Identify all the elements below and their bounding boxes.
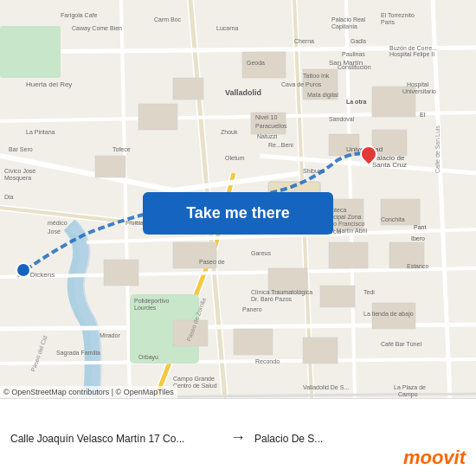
svg-text:Panero: Panero — [242, 306, 262, 312]
svg-text:Bar Sero: Bar Sero — [9, 146, 33, 152]
svg-text:La Plaza de: La Plaza de — [394, 384, 426, 390]
svg-text:Mosquera: Mosquera — [4, 175, 31, 182]
svg-text:Dr. Baró Pazos: Dr. Baró Pazos — [251, 296, 293, 302]
svg-text:Lourdes: Lourdes — [134, 305, 157, 311]
svg-text:Valladolid De S...: Valladolid De S... — [303, 384, 349, 390]
svg-text:Cívico José: Cívico José — [4, 168, 35, 174]
svg-text:Paris: Paris — [381, 19, 395, 25]
svg-rect-15 — [95, 156, 125, 177]
svg-rect-6 — [138, 104, 177, 130]
svg-text:Santa Cruz: Santa Cruz — [372, 161, 407, 169]
route-to-text: Palacio De S... — [254, 433, 323, 445]
svg-rect-2 — [0, 26, 61, 78]
svg-text:Campo: Campo — [398, 391, 418, 398]
svg-text:Buzón de Corre...: Buzón de Corre... — [389, 45, 437, 51]
svg-text:Cava de Puros: Cava de Puros — [281, 81, 322, 87]
svg-text:El Torreznito: El Torreznito — [381, 12, 415, 18]
svg-rect-22 — [234, 329, 273, 355]
svg-text:Mirador: Mirador — [100, 332, 120, 338]
svg-text:Centro de Salud: Centro de Salud — [173, 383, 217, 389]
svg-text:Caway Come Bien: Caway Come Bien — [72, 25, 122, 32]
svg-text:Tofece: Tofece — [113, 146, 131, 152]
svg-text:Lucarna: Lucarna — [216, 25, 238, 31]
svg-rect-19 — [320, 286, 355, 307]
svg-text:Polideportivo: Polideportivo — [134, 298, 170, 305]
svg-text:José: José — [48, 228, 61, 235]
svg-text:Zhouk: Zhouk — [221, 129, 238, 135]
svg-text:Paulinas: Paulinas — [342, 51, 365, 57]
map-container: Huerta del Rey Valladolid San Martín Uni… — [0, 0, 476, 398]
svg-text:Constitución: Constitución — [338, 64, 371, 70]
svg-text:Cherna: Cherna — [294, 38, 314, 44]
moovit-logo: moovit — [403, 447, 466, 469]
svg-text:Shibumi: Shibumi — [303, 168, 325, 174]
svg-rect-5 — [173, 78, 203, 100]
svg-text:Conchita: Conchita — [381, 216, 405, 222]
svg-text:Re...Beni: Re...Beni — [268, 142, 293, 148]
take-me-there-button[interactable]: Take me there — [143, 192, 333, 235]
svg-rect-23 — [303, 338, 338, 363]
svg-text:Paseo de: Paseo de — [199, 259, 225, 265]
svg-text:Hospital Felipe II: Hospital Felipe II — [389, 51, 434, 58]
svg-text:Gareus: Gareus — [251, 250, 271, 256]
svg-text:Capitanía: Capitanía — [331, 23, 357, 30]
bottom-bar: Calle Joaquín Velasco Martín 17 Co... → … — [0, 398, 476, 476]
svg-text:Dia: Dia — [4, 194, 14, 200]
route-from: Calle Joaquín Velasco Martín 17 Co... — [10, 430, 222, 446]
svg-text:Geoda: Geoda — [247, 60, 265, 66]
svg-text:Recondo: Recondo — [255, 358, 280, 364]
svg-text:Café Bar Túnel: Café Bar Túnel — [381, 341, 421, 347]
svg-text:Calle de San Luis: Calle de San Luis — [434, 125, 441, 173]
svg-text:Ibero: Ibero — [411, 235, 425, 241]
route-to: Palacio De S... — [254, 430, 466, 446]
svg-text:Clínica Traumatológica: Clínica Traumatológica — [251, 289, 312, 296]
svg-rect-17 — [104, 260, 138, 286]
svg-text:Palacio Real: Palacio Real — [331, 16, 366, 23]
svg-text:Estanco: Estanco — [407, 263, 428, 269]
origin-marker — [16, 262, 31, 278]
svg-text:Tedi: Tedi — [363, 289, 375, 295]
svg-text:Universitario: Universitario — [402, 88, 436, 94]
svg-text:Natuzzi: Natuzzi — [257, 133, 278, 139]
svg-text:La Pintana: La Pintana — [26, 129, 55, 135]
svg-text:Mata digital: Mata digital — [307, 92, 338, 99]
svg-text:Orbayu: Orbayu — [138, 354, 158, 361]
svg-text:Oletum: Oletum — [225, 155, 245, 161]
svg-rect-14 — [329, 242, 368, 268]
svg-text:Paseo del Cid: Paseo del Cid — [29, 335, 48, 372]
map-attribution: © OpenStreetMap contributors | © OpenMap… — [0, 386, 177, 398]
svg-text:Tattoo Ink: Tattoo Ink — [303, 73, 330, 79]
svg-text:Sagrada Familia: Sagrada Familia — [56, 350, 100, 357]
svg-text:Sandoval: Sandoval — [329, 116, 355, 122]
svg-text:Gadls: Gadls — [351, 38, 367, 44]
svg-text:Valladolid: Valladolid — [225, 88, 261, 97]
svg-text:La tienda de abajo: La tienda de abajo — [363, 311, 414, 318]
svg-text:Paracuellos: Paracuellos — [255, 123, 287, 129]
svg-text:Pant: Pant — [414, 224, 426, 230]
route-from-text: Calle Joaquín Velasco Martín 17 Co... — [10, 433, 184, 445]
svg-text:Hospital: Hospital — [407, 81, 429, 88]
svg-text:Carm Boc: Carm Boc — [154, 16, 182, 23]
svg-text:El: El — [420, 112, 426, 118]
svg-text:Huerta del Rey: Huerta del Rey — [26, 80, 72, 88]
svg-text:Campo Grande: Campo Grande — [173, 376, 215, 383]
svg-text:Farígola Cafe: Farígola Cafe — [61, 12, 98, 19]
svg-text:Nivel 10: Nivel 10 — [255, 114, 277, 120]
svg-text:médico: médico — [48, 220, 68, 226]
arrow-icon: → — [230, 428, 246, 447]
svg-text:La otra: La otra — [346, 99, 366, 105]
